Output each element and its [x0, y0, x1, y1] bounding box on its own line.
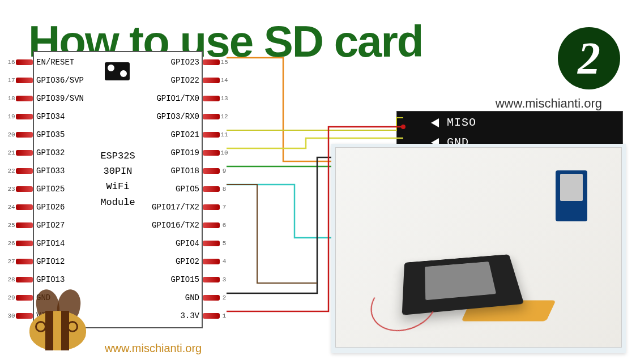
pin-left-gpio12: 27GPIO12: [7, 256, 68, 267]
pin-right-gpio23: 15GPIO23: [168, 57, 229, 68]
watermark-url-bottom: www.mischianti.org: [105, 342, 202, 355]
pin-left-en-reset: 16EN/RESET: [7, 57, 78, 68]
sdcard-miso-label: MISO: [397, 112, 622, 131]
pin-left-gpio14: 26GPIO14: [7, 238, 68, 249]
pin-right-gpio2: 4GPIO2: [172, 256, 229, 267]
pin-left-gpio13: 28GPIO13: [7, 274, 68, 285]
part-number-badge: 2: [558, 27, 620, 89]
pin-right-gpio16-tx2: 6GPIO16/TX2: [148, 220, 229, 231]
pin-right-gpio17-tx2: 7GPIO17/TX2: [148, 202, 229, 213]
photo-sdcard-module: [556, 170, 587, 221]
esp32-chip-icon: [105, 62, 130, 80]
pin-right-gpio15: 3GPIO15: [168, 274, 229, 285]
pin-right-gpio5: 8GPIO5: [172, 183, 229, 195]
pin-left-gpio36-svp: 17GPIO36/SVP: [7, 75, 87, 86]
esp32-module-diagram: ESP32S 30PIN WiFi Module 16EN/RESET17GPI…: [33, 51, 203, 328]
pin-left-gpio32: 21GPIO32: [7, 147, 68, 159]
pin-right-3-3v: 13.3V: [177, 310, 229, 322]
pin-right-gpio21: 11GPIO21: [168, 129, 229, 140]
pin-left-gpio25: 23GPIO25: [7, 183, 68, 195]
bee-logo-icon: [18, 294, 97, 356]
watermark-url-top: www.mischianti.org: [496, 96, 602, 111]
pin-left-gpio39-svn: 18GPIO39/SVN: [7, 93, 87, 104]
pin-right-gpio4: 5GPIO4: [172, 238, 229, 249]
badge-number: 2: [578, 36, 600, 81]
pin-left-gpio33: 22GPIO33: [7, 165, 68, 177]
pin-left-gpio35: 20GPIO35: [7, 129, 68, 140]
pin-right-gpio3-rx0: 12GPIO3/RX0: [153, 111, 229, 122]
pin-right-gpio1-tx0: 13GPIO1/TX0: [153, 93, 229, 104]
pin-right-gpio22: 14GPIO22: [168, 75, 229, 86]
triangle-icon: [431, 118, 439, 127]
pin-right-gpio18: 9GPIO18: [168, 165, 229, 177]
pin-left-gpio34: 19GPIO34: [7, 111, 68, 122]
pin-left-gpio27: 25GPIO27: [7, 220, 68, 231]
pin-right-gnd: 2GND: [182, 292, 229, 303]
hardware-photo: [335, 147, 622, 348]
pin-right-gpio19: 10GPIO19: [168, 147, 229, 159]
pin-left-gpio26: 24GPIO26: [7, 202, 68, 213]
